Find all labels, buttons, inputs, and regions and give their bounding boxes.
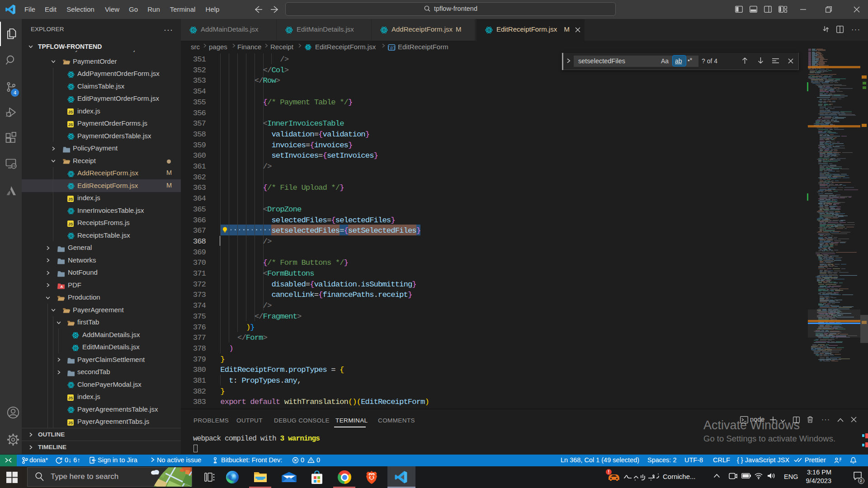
svg-text:[@]: [@]: [387, 46, 395, 51]
svg-text:JS: JS: [68, 122, 73, 127]
svg-text:JS: JS: [68, 197, 73, 202]
svg-text:JS: JS: [68, 222, 73, 226]
svg-text:JS: JS: [68, 110, 73, 114]
svg-text:JS: JS: [68, 421, 73, 425]
svg-text:JS: JS: [68, 396, 73, 400]
svg-text:A: A: [61, 285, 63, 289]
